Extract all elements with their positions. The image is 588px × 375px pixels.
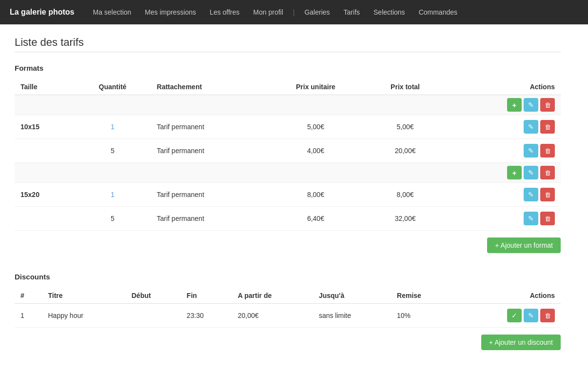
table-row: 5 Tarif permanent 6,40€ 32,00€	[15, 207, 561, 231]
discounts-thead: # Titre Début Fin A partir de Jusqu'à Re…	[15, 288, 561, 304]
edit-discount-button[interactable]	[524, 309, 538, 322]
prix-unitaire-2-15x20: 6,40€	[266, 207, 365, 231]
qty-5-10x15: 5	[74, 139, 151, 163]
nav-tarifs[interactable]: Tarifs	[337, 0, 367, 24]
nav-mes-impressions[interactable]: Mes impressions	[138, 0, 203, 24]
prix-unitaire-1-15x20: 8,00€	[266, 183, 365, 207]
edit-icon	[528, 147, 534, 155]
table-row: 15x20 1 Tarif permanent 8,00€ 8,00€	[15, 183, 561, 207]
discount-fin: 23:30	[181, 304, 232, 328]
qty-link[interactable]: 1	[111, 123, 115, 131]
prix-unitaire-2-10x15: 4,00€	[266, 139, 365, 163]
qty-1-10x15: 1	[74, 115, 151, 139]
check-discount-button[interactable]	[507, 309, 522, 322]
edit-icon	[528, 169, 534, 177]
row-actions-1-10x15	[445, 115, 561, 139]
nav-ma-selection[interactable]: Ma selection	[86, 0, 138, 24]
rattachement-2-10x15: Tarif permanent	[151, 139, 266, 163]
formats-thead: Taille Quantité Rattachement Prix unitai…	[15, 79, 561, 95]
size-10x15-2	[15, 139, 74, 163]
qty-5-15x20: 5	[74, 207, 151, 231]
edit-row-button[interactable]	[524, 120, 538, 134]
nav-commandes[interactable]: Commandes	[412, 0, 464, 24]
group-header-actions-15x20	[445, 163, 561, 183]
prix-total-1-15x20: 8,00€	[365, 183, 445, 207]
row-btn-group	[524, 188, 555, 201]
nav-les-offres[interactable]: Les offres	[203, 0, 246, 24]
formats-add-row: + Ajouter un format	[15, 231, 561, 253]
nav-separator: |	[290, 0, 298, 24]
group-actions-15x20	[507, 166, 555, 179]
discount-titre: Happy hour	[42, 304, 125, 328]
col-discount-actions: Actions	[455, 288, 561, 304]
edit-icon	[528, 312, 534, 319]
col-titre: Titre	[42, 288, 125, 304]
edit-group-10x15-button[interactable]	[524, 98, 538, 112]
prix-total-1-10x15: 5,00€	[365, 115, 445, 139]
formats-section-title: Formats	[15, 64, 561, 72]
col-remise: Remise	[391, 288, 455, 304]
row-actions-1-15x20	[445, 183, 561, 207]
plus-icon	[512, 169, 517, 177]
discount-row-1: 1 Happy hour 23:30 20,00€ sans limite 10…	[15, 304, 561, 328]
qty-link[interactable]: 1	[111, 191, 115, 198]
nav-galeries[interactable]: Galeries	[297, 0, 336, 24]
discount-btn-group	[507, 309, 555, 322]
delete-row-button[interactable]	[540, 188, 555, 201]
edit-icon	[528, 215, 534, 222]
col-a-partir-de: A partir de	[232, 288, 313, 304]
discounts-table: # Titre Début Fin A partir de Jusqu'à Re…	[15, 288, 561, 328]
discounts-add-row: + Ajouter un discount	[15, 328, 561, 350]
discount-a-partir-de: 20,00€	[232, 304, 313, 328]
col-taille: Taille	[15, 79, 74, 95]
page-title: Liste des tarifs	[15, 36, 561, 49]
title-divider	[15, 52, 561, 52]
prix-unitaire-1-10x15: 5,00€	[266, 115, 365, 139]
add-format-button[interactable]: + Ajouter un format	[487, 237, 561, 253]
discount-num: 1	[15, 304, 42, 328]
delete-row-button[interactable]	[540, 120, 555, 134]
edit-row-button[interactable]	[524, 144, 538, 158]
prix-total-2-10x15: 20,00€	[365, 139, 445, 163]
group-actions-10x15	[507, 98, 555, 112]
discounts-tbody: 1 Happy hour 23:30 20,00€ sans limite 10…	[15, 304, 561, 328]
discount-debut	[126, 304, 181, 328]
nav-links: Ma selection Mes impressions Les offres …	[86, 0, 578, 24]
col-debut: Début	[126, 288, 181, 304]
trash-icon	[545, 191, 551, 198]
formats-section: Formats Taille Quantité Rattachement Pri…	[15, 64, 561, 253]
add-discount-button[interactable]: + Ajouter un discount	[481, 335, 561, 350]
nav-mon-profil[interactable]: Mon profil	[246, 0, 290, 24]
nav-selections[interactable]: Selections	[367, 0, 412, 24]
discounts-section-title: Discounts	[15, 273, 561, 281]
discount-remise: 10%	[391, 304, 455, 328]
row-btn-group	[524, 144, 555, 158]
table-row: 5 Tarif permanent 4,00€ 20,00€	[15, 139, 561, 163]
edit-group-15x20-button[interactable]	[524, 166, 538, 179]
row-btn-group	[524, 212, 555, 225]
trash-icon	[545, 147, 551, 155]
table-row: 10x15 1 Tarif permanent 5,00€ 5,00€	[15, 115, 561, 139]
check-icon	[511, 312, 517, 319]
edit-icon	[528, 123, 534, 131]
delete-group-15x20-button[interactable]	[540, 166, 555, 179]
brand-logo: La galerie photos	[10, 8, 74, 17]
col-prix-unitaire: Prix unitaire	[266, 79, 365, 95]
plus-icon	[512, 101, 517, 109]
delete-row-button[interactable]	[540, 212, 555, 225]
add-row-15x20-button[interactable]	[507, 166, 522, 179]
col-prix-total: Prix total	[365, 79, 445, 95]
trash-icon	[545, 215, 551, 222]
delete-row-button[interactable]	[540, 144, 555, 158]
add-row-10x15-button[interactable]	[507, 98, 522, 112]
col-num: #	[15, 288, 42, 304]
group-header-15x20	[15, 163, 561, 183]
edit-icon	[528, 191, 534, 198]
edit-row-button[interactable]	[524, 212, 538, 225]
size-15x20-2	[15, 207, 74, 231]
discount-actions	[455, 304, 561, 328]
delete-group-10x15-button[interactable]	[540, 98, 555, 112]
edit-row-button[interactable]	[524, 188, 538, 201]
rattachement-2-15x20: Tarif permanent	[151, 207, 266, 231]
delete-discount-button[interactable]	[540, 309, 555, 322]
